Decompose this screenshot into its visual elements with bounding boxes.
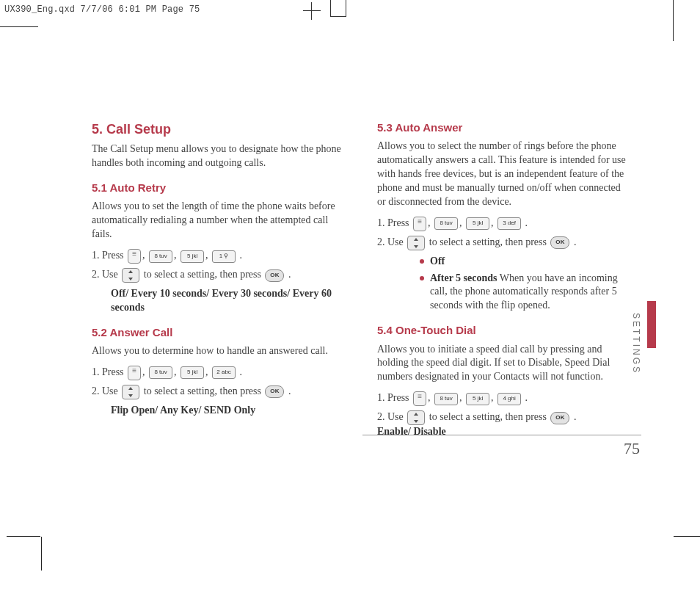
step-1: 1. Press , 8 tuv, 5 jkl, 2 abc . — [92, 366, 343, 380]
key-8-icon: 8 tuv — [434, 217, 458, 230]
options-auto-retry: Off/ Every 10 seconds/ Every 30 seconds/… — [111, 288, 332, 313]
sep: , — [205, 250, 211, 261]
list-item: Off — [420, 255, 629, 269]
nav-key-icon — [122, 268, 139, 283]
step-1: 1. Press , 8 tuv, 5 jkl, 4 ghi . — [377, 391, 629, 406]
key-1-icon: 1 ⚲ — [212, 250, 236, 263]
sep: . — [522, 217, 528, 228]
step-1: 1. Press , 8 tuv, 5 jkl, 3 def . — [377, 217, 629, 231]
desc-auto-retry: Allows you to set the length of time the… — [92, 200, 343, 242]
sep: , — [142, 366, 147, 377]
section-label: SETTINGS — [631, 313, 641, 374]
key-5-icon: 5 jkl — [466, 393, 489, 405]
sep: , — [174, 366, 179, 377]
step-text: to select a setting, then press — [429, 236, 550, 247]
page-content: 5. Call Setup The Call Setup menu allows… — [92, 120, 629, 443]
heading-one-touch-dial: 5.4 One-Touch Dial — [377, 323, 629, 338]
sep: , — [142, 250, 147, 261]
left-soft-key-icon — [128, 249, 141, 264]
registration-cross-icon — [303, 2, 321, 20]
heading-auto-answer: 5.3 Auto Answer — [377, 120, 629, 135]
list-item: After 5 seconds When you have an incomin… — [420, 272, 629, 314]
desc-answer-call: Allows you to determine how to handle an… — [92, 344, 343, 358]
ok-key-icon: OK — [265, 385, 284, 398]
desc-auto-answer: Allows you to select the number of rings… — [377, 140, 629, 209]
sep: , — [491, 392, 496, 403]
heading-auto-retry: 5.1 Auto Retry — [92, 181, 343, 195]
step-text: 1. Press — [92, 250, 126, 261]
sep: . — [571, 236, 576, 247]
step-2: 2. Use to select a setting, then press O… — [92, 268, 343, 283]
step-text: 1. Press — [377, 217, 412, 228]
key-3-icon: 3 def — [497, 217, 521, 230]
section-tab — [647, 301, 656, 348]
trim-mark — [674, 536, 700, 537]
step-text: to select a setting, then press — [144, 385, 264, 396]
trim-mark — [7, 536, 40, 537]
key-5-icon: 5 jkl — [466, 217, 489, 230]
left-soft-key-icon — [413, 391, 426, 406]
heading-call-setup: 5. Call Setup — [92, 120, 343, 138]
nav-key-icon — [407, 410, 425, 425]
trim-mark — [0, 26, 38, 27]
ok-key-icon: OK — [265, 269, 284, 282]
nav-key-icon — [407, 236, 425, 250]
step-text: 1. Press — [377, 392, 412, 403]
sep: . — [237, 366, 242, 377]
step-text: to select a setting, then press — [144, 269, 264, 280]
key-8-icon: 8 tuv — [149, 366, 172, 379]
trim-mark — [41, 537, 42, 571]
key-5-icon: 5 jkl — [181, 250, 204, 263]
sep: . — [522, 392, 528, 403]
left-soft-key-icon — [413, 217, 426, 231]
intro-text: The Call Setup menu allows you to design… — [92, 142, 343, 170]
page-footer-rule — [362, 435, 641, 435]
sep: , — [428, 217, 433, 228]
options-answer-call: Flip Open/ Any Key/ SEND Only — [111, 405, 255, 416]
options-auto-answer: Off After 5 seconds When you have an inc… — [390, 255, 629, 314]
left-soft-key-icon — [128, 366, 141, 380]
trim-mark — [673, 0, 674, 41]
sep: , — [459, 217, 464, 228]
key-4-icon: 4 ghi — [497, 393, 521, 405]
column-left: 5. Call Setup The Call Setup menu allows… — [92, 120, 343, 443]
sep: , — [491, 217, 496, 228]
key-8-icon: 8 tuv — [434, 393, 458, 405]
step-2: 2. Use to select a setting, then press O… — [92, 385, 343, 399]
page-number: 75 — [624, 439, 640, 458]
desc-one-touch-dial: Allows you to initiate a speed dial call… — [377, 343, 629, 385]
print-slug: UX390_Eng.qxd 7/7/06 6:01 PM Page 75 — [4, 4, 200, 15]
step-text: 2. Use — [92, 385, 120, 396]
heading-answer-call: 5.2 Answer Call — [92, 325, 343, 340]
crop-notch-icon — [330, 0, 346, 17]
key-2-icon: 2 abc — [212, 366, 236, 379]
step-1: 1. Press , 8 tuv, 5 jkl, 1 ⚲ . — [92, 249, 343, 264]
ok-key-icon: OK — [550, 236, 569, 249]
sep: , — [428, 392, 433, 403]
step-text: 2. Use — [377, 411, 406, 422]
option-off: Off — [430, 256, 445, 267]
option-after-5s: After 5 seconds — [430, 272, 497, 283]
step-text: 1. Press — [92, 366, 126, 377]
nav-key-icon — [122, 385, 139, 399]
ok-key-icon: OK — [550, 412, 569, 424]
column-right: 5.3 Auto Answer Allows you to select the… — [377, 120, 629, 443]
sep: . — [285, 385, 291, 396]
sep: , — [174, 250, 179, 261]
sep: . — [571, 411, 576, 422]
step-text: 2. Use — [377, 236, 406, 247]
sep: . — [285, 269, 291, 280]
sep: , — [459, 392, 464, 403]
sep: , — [205, 366, 211, 377]
sep: . — [237, 250, 242, 261]
step-2: 2. Use to select a setting, then press O… — [377, 236, 629, 250]
step-text: 2. Use — [92, 269, 120, 280]
key-5-icon: 5 jkl — [181, 366, 204, 379]
key-8-icon: 8 tuv — [149, 250, 172, 263]
step-text: to select a setting, then press — [429, 411, 550, 422]
